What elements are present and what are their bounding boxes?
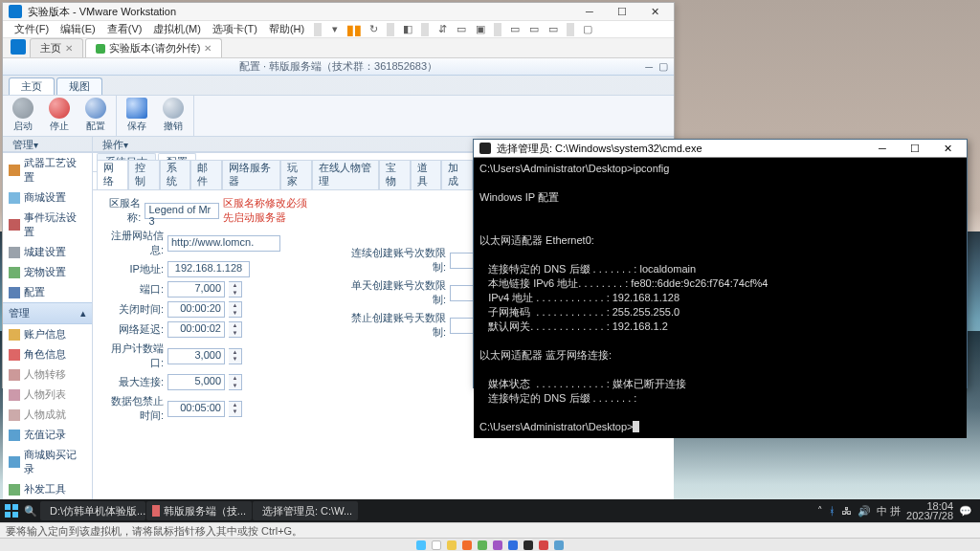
btn-config[interactable]: 配置 — [81, 98, 110, 133]
st-online[interactable]: 在线人物管理 — [312, 160, 379, 189]
host-start-icon[interactable] — [416, 540, 426, 550]
cmd-minimize[interactable]: ─ — [869, 140, 896, 157]
inp-region[interactable]: Legend of Mr 3 — [145, 203, 218, 219]
side-account[interactable]: 账户信息 — [3, 324, 92, 344]
task-item-1[interactable]: D:\仿韩单机体验版... — [40, 501, 145, 520]
menu-vm[interactable]: 虚拟机(M) — [149, 21, 205, 37]
tab-guest[interactable]: 实验版本(请勿外传)✕ — [85, 38, 222, 57]
cmd-output[interactable]: C:\Users\Administrator\Desktop>ipconfig … — [474, 158, 967, 438]
side-mallrec[interactable]: 商城购买记录 — [3, 445, 92, 479]
host-taskbar[interactable] — [0, 538, 980, 551]
host-app3-icon[interactable] — [493, 540, 502, 550]
tb-usb-icon[interactable]: ⇵ — [434, 22, 450, 37]
st-equip[interactable]: 道具 — [411, 160, 442, 189]
menu-view[interactable]: 查看(V) — [103, 21, 146, 37]
ime-lang[interactable]: 中 拼 — [877, 504, 901, 518]
side-tool[interactable]: 补发工具 — [3, 479, 92, 499]
btn-undo[interactable]: 撤销 — [159, 98, 188, 133]
menu-edit[interactable]: 编辑(E) — [56, 21, 100, 37]
side-pet[interactable]: 宠物设置 — [3, 262, 92, 282]
inp-shutdown[interactable]: 00:00:20 — [167, 301, 225, 318]
tb-layout3-icon[interactable]: ▭ — [546, 22, 561, 37]
guest-maximize-icon[interactable]: ▢ — [658, 60, 668, 73]
host-app2-icon[interactable] — [478, 540, 487, 550]
guest-minimize-icon[interactable]: ─ — [645, 61, 653, 73]
inp-port[interactable]: 7,000 — [167, 281, 225, 298]
st-sys[interactable]: 系统 — [160, 160, 191, 189]
gtab-main[interactable]: 主页 — [9, 77, 55, 95]
tb-unity-icon[interactable]: ▣ — [473, 22, 488, 37]
spin-delay[interactable]: ▲▼ — [229, 321, 242, 338]
spin-port[interactable]: ▲▼ — [229, 281, 242, 298]
guest-clock[interactable]: 18:042023/7/28 — [906, 501, 953, 520]
maximize-button[interactable]: ☐ — [609, 3, 635, 20]
spin-ban[interactable]: ▲▼ — [229, 401, 242, 417]
toolbar-group-action[interactable]: 操作 — [102, 138, 123, 152]
host-app4-icon[interactable] — [523, 540, 533, 550]
close-icon[interactable]: ✕ — [204, 43, 212, 54]
tray-vol-icon[interactable]: 🔊 — [858, 505, 871, 518]
side-achv[interactable]: 人物成就 — [3, 405, 92, 425]
spin-userport[interactable]: ▲▼ — [229, 348, 242, 364]
tb-screen-icon[interactable]: ▭ — [454, 22, 469, 37]
st-net[interactable]: 网络 — [97, 160, 128, 189]
toolbar-group-manage[interactable]: 管理 — [12, 138, 33, 152]
host-edge-icon[interactable] — [508, 540, 518, 550]
guest-titlebar[interactable]: 配置 · 韩版服务端（技术群：361852683） ─ ▢ — [3, 58, 674, 76]
side-config[interactable]: 配置 — [3, 282, 92, 302]
inp-ban[interactable]: 00:05:00 — [167, 401, 225, 417]
menu-help[interactable]: 帮助(H) — [265, 21, 308, 37]
vmware-menubar[interactable]: 文件(F) 编辑(E) 查看(V) 虚拟机(M) 选项卡(T) 帮助(H) ▾ … — [3, 21, 674, 38]
close-button[interactable]: ✕ — [641, 3, 668, 20]
inp-ip[interactable]: 192.168.1.128 — [167, 261, 250, 277]
host-app1-icon[interactable] — [462, 540, 472, 550]
side-recharge[interactable]: 充值记录 — [3, 425, 92, 445]
side-weapon[interactable]: 武器工艺设置 — [3, 153, 92, 187]
side-transfer[interactable]: 人物转移 — [3, 364, 92, 385]
side-mall[interactable]: 商城设置 — [3, 187, 92, 208]
tray-bt-icon[interactable]: ᚼ — [829, 505, 835, 517]
menu-tabs[interactable]: 选项卡(T) — [209, 21, 261, 37]
inp-delay[interactable]: 00:00:02 — [167, 321, 225, 338]
close-icon[interactable]: ✕ — [65, 43, 73, 54]
tb-reset-icon[interactable]: ↻ — [366, 22, 381, 37]
tray-net-icon[interactable]: 🖧 — [841, 505, 852, 517]
cmd-maximize[interactable]: ☐ — [902, 140, 928, 157]
inp-site[interactable]: http://www.lomcn. — [167, 235, 280, 252]
host-app5-icon[interactable] — [539, 540, 548, 550]
side-header-manage[interactable]: 管理▴ — [3, 302, 92, 324]
btn-stop[interactable]: 停止 — [45, 98, 74, 133]
side-list[interactable]: 人物列表 — [3, 385, 92, 405]
tb-power-dropdown[interactable]: ▾ — [327, 22, 343, 37]
st-bonus[interactable]: 加成 — [441, 160, 473, 189]
st-mail[interactable]: 邮件 — [190, 160, 222, 189]
task-item-3[interactable]: 选择管理员: C:\W... — [253, 501, 358, 520]
cmd-titlebar[interactable]: 选择管理员: C:\Windows\system32\cmd.exe ─ ☐ ✕ — [474, 140, 967, 158]
tray-up-icon[interactable]: ˄ — [817, 505, 823, 518]
minimize-button[interactable]: ─ — [576, 3, 603, 20]
side-city[interactable]: 城建设置 — [3, 242, 92, 262]
side-role[interactable]: 角色信息 — [3, 344, 92, 364]
btn-start[interactable]: 启动 — [9, 98, 37, 133]
guest-tray[interactable]: ˄ ᚼ 🖧 🔊 中 拼 18:042023/7/28 💬 — [817, 501, 978, 520]
st-player[interactable]: 玩家 — [280, 160, 312, 189]
gtab-view[interactable]: 规图 — [56, 77, 102, 95]
tb-layout2-icon[interactable]: ▭ — [526, 22, 542, 37]
start-icon[interactable] — [2, 501, 21, 520]
guest-taskbar[interactable]: 🔍 D:\仿韩单机体验版... 韩版服务端（技... 选择管理员: C:\W..… — [0, 499, 980, 522]
spin-maxuser[interactable]: ▲▼ — [229, 374, 242, 390]
task-item-2[interactable]: 韩版服务端（技... — [146, 501, 252, 520]
tb-pause-icon[interactable]: ▮▮ — [346, 22, 362, 37]
side-event[interactable]: 事件玩法设置 — [3, 208, 92, 242]
host-app6-icon[interactable] — [554, 540, 564, 550]
host-search-icon[interactable] — [432, 540, 441, 550]
spin-shutdown[interactable]: ▲▼ — [229, 301, 242, 318]
menu-file[interactable]: 文件(F) — [11, 21, 53, 37]
st-nserver[interactable]: 网络服务器 — [222, 160, 280, 189]
st-treasure[interactable]: 宝物 — [379, 160, 411, 189]
cmd-close[interactable]: ✕ — [934, 140, 961, 157]
host-explorer-icon[interactable] — [447, 540, 457, 550]
inp-userport[interactable]: 3,000 — [167, 348, 225, 364]
inp-maxuser[interactable]: 5,000 — [167, 374, 225, 390]
tray-notif-icon[interactable]: 💬 — [959, 505, 972, 518]
